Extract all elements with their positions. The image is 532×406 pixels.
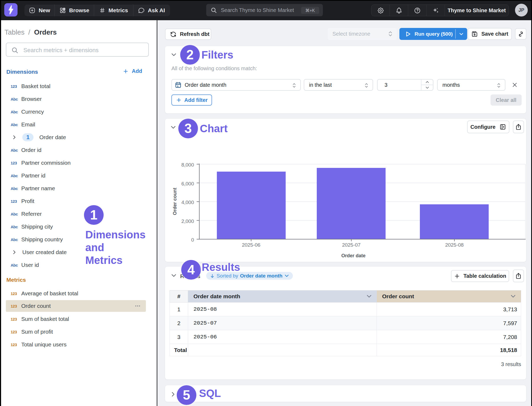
svg-text:6,000: 6,000 bbox=[181, 181, 194, 187]
svg-text:Order date: Order date bbox=[341, 253, 365, 258]
svg-text:Order count: Order count bbox=[172, 188, 178, 215]
svg-text:2025-08: 2025-08 bbox=[445, 242, 464, 248]
svg-text:4,000: 4,000 bbox=[181, 200, 194, 205]
svg-text:2025-06: 2025-06 bbox=[242, 242, 260, 248]
svg-text:2,000: 2,000 bbox=[181, 218, 194, 224]
svg-text:2025-07: 2025-07 bbox=[342, 242, 361, 248]
svg-text:0: 0 bbox=[191, 237, 194, 243]
svg-text:8,000: 8,000 bbox=[181, 162, 194, 168]
